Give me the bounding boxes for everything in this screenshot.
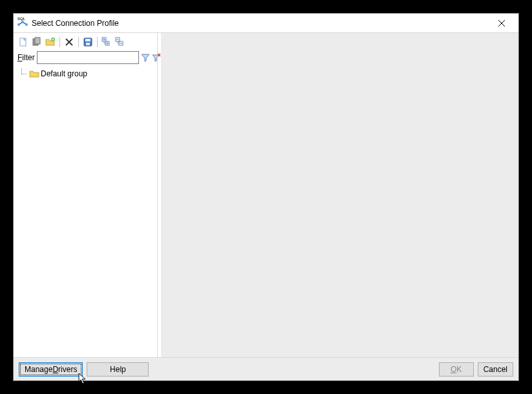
apply-filter-button[interactable]: [141, 52, 150, 63]
folder-icon: [29, 69, 39, 78]
main-panel: [161, 33, 518, 357]
sidebar: Filter: [14, 33, 157, 357]
svg-point-0: [17, 23, 20, 26]
collapse-all-button[interactable]: [114, 36, 126, 48]
app-icon: SQL: [17, 18, 28, 28]
save-icon: [83, 37, 93, 47]
close-icon: [498, 20, 505, 27]
expand-all-button[interactable]: [101, 36, 112, 48]
dialog-window: SQL Select Connection Profile: [13, 13, 519, 381]
cancel-button[interactable]: Cancel: [478, 362, 513, 377]
help-button[interactable]: Help: [87, 362, 149, 377]
svg-point-1: [25, 23, 28, 26]
close-button[interactable]: [489, 14, 515, 32]
copy-profile-button[interactable]: [31, 36, 43, 48]
toolbar-separator: [78, 37, 79, 47]
ok-button: OK: [439, 362, 474, 377]
svg-rect-5: [35, 38, 40, 44]
svg-rect-8: [85, 39, 90, 41]
new-folder-button[interactable]: [45, 36, 56, 48]
collapse-all-icon: [115, 37, 125, 47]
filter-row: Filter: [16, 50, 157, 67]
copy-profile-icon: [32, 37, 42, 47]
manage-drivers-button[interactable]: Manage Drivers: [19, 362, 83, 377]
filter-label: Filter: [17, 53, 35, 62]
svg-rect-9: [86, 43, 90, 45]
tree-item-default-group[interactable]: Default group: [17, 68, 156, 80]
toolbar-separator: [59, 37, 60, 47]
toolbar-separator: [97, 37, 98, 47]
new-folder-icon: [45, 37, 56, 47]
tree-connector: [19, 69, 28, 79]
new-profile-icon: [18, 37, 28, 47]
new-profile-button[interactable]: [17, 36, 29, 48]
save-button[interactable]: [82, 36, 94, 48]
expand-all-icon: [101, 37, 112, 47]
tree-item-label: Default group: [41, 69, 87, 78]
delete-icon: [64, 37, 74, 47]
titlebar: SQL Select Connection Profile: [14, 14, 518, 33]
content-area: Filter: [14, 33, 518, 357]
svg-point-2: [21, 21, 24, 23]
delete-button[interactable]: [63, 36, 75, 48]
window-title: Select Connection Profile: [32, 19, 489, 28]
profile-tree[interactable]: Default group: [16, 67, 157, 357]
funnel-icon: [141, 53, 150, 62]
filter-input[interactable]: [37, 51, 139, 64]
footer: Manage Drivers Help OK Cancel: [14, 357, 518, 380]
sidebar-toolbar: [16, 36, 157, 50]
